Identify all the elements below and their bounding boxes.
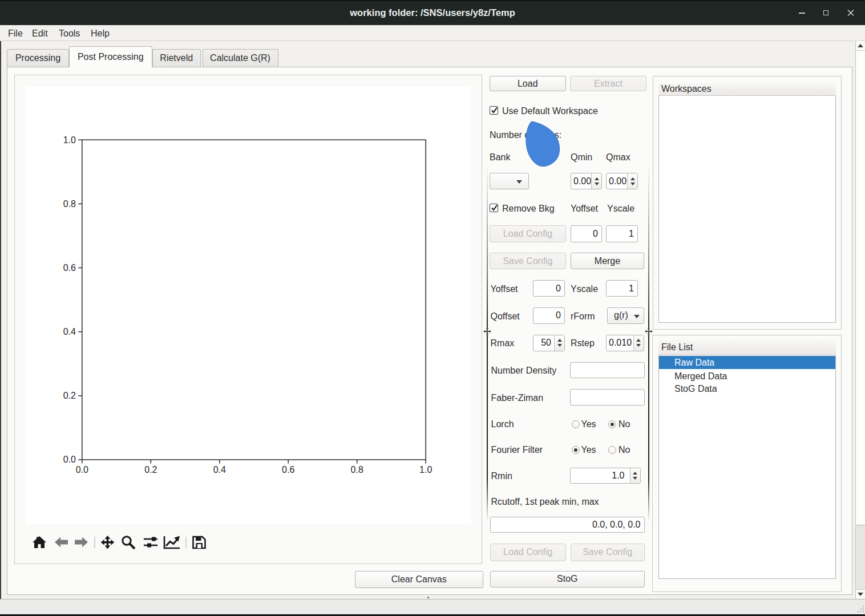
- svg-text:0.4: 0.4: [213, 465, 226, 475]
- svg-text:0.6: 0.6: [63, 263, 76, 273]
- svg-text:0.8: 0.8: [63, 199, 76, 209]
- svg-text:0.0: 0.0: [76, 465, 88, 475]
- svg-text:0.2: 0.2: [63, 391, 76, 400]
- svg-text:0.2: 0.2: [144, 465, 157, 475]
- svg-text:1.0: 1.0: [419, 465, 432, 475]
- svg-text:0.4: 0.4: [63, 327, 76, 337]
- svg-text:1.0: 1.0: [63, 135, 76, 145]
- svg-text:0.6: 0.6: [282, 465, 294, 475]
- svg-text:0.0: 0.0: [63, 455, 76, 464]
- svg-text:0.8: 0.8: [351, 465, 363, 475]
